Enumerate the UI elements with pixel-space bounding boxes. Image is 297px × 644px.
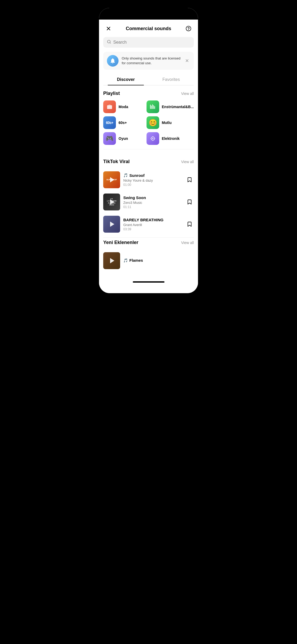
song-title: Flames xyxy=(129,258,143,263)
song-info-sunroof: 🎵 Sunroof Nicky Youre & dazy 01:00 xyxy=(123,173,182,187)
notice-banner: Only showing sounds that are licensed fo… xyxy=(103,52,194,70)
playlist-thumb-enstru xyxy=(147,100,159,113)
playlist-section-header: Playlist View all xyxy=(103,91,194,96)
song-thumb-barely xyxy=(103,216,120,233)
tabs-container: Discover Favorites xyxy=(103,74,194,85)
list-item[interactable]: Enstrümantal&B... xyxy=(147,100,194,113)
notice-text: Only showing sounds that are licensed fo… xyxy=(122,56,181,66)
yeni-view-all[interactable]: View all xyxy=(181,241,194,245)
song-thumb-swing: 0•3 LA SESSION PLAYERS 03M032 xyxy=(103,194,120,210)
page-title: Commercial sounds xyxy=(126,26,171,31)
list-item[interactable]: 60s+ 60s+ xyxy=(103,116,142,129)
svg-rect-6 xyxy=(107,105,112,109)
viral-section-header: TikTok Viral View all xyxy=(103,159,194,164)
yeni-section: Yeni Eklenenler View all 🎵 Flames xyxy=(99,240,198,272)
viral-view-all[interactable]: View all xyxy=(181,160,194,164)
notice-icon xyxy=(107,55,119,67)
tab-discover[interactable]: Discover xyxy=(103,74,149,85)
playlist-thumb-60s: 60s+ xyxy=(103,116,116,129)
song-emoji: 🎵 xyxy=(123,258,128,263)
yeni-title: Yeni Eklenenler xyxy=(103,240,138,245)
playlist-thumb-oyun: 🎮 xyxy=(103,132,116,145)
home-indicator xyxy=(133,281,164,283)
list-item[interactable]: 🎵 Flames xyxy=(103,250,194,272)
notice-close-button[interactable]: ✕ xyxy=(184,57,190,65)
playlist-view-all[interactable]: View all xyxy=(181,91,194,96)
list-item[interactable]: Elektronik xyxy=(147,132,194,145)
svg-line-5 xyxy=(110,43,111,43)
song-title: BARELY BREATHING xyxy=(123,218,163,222)
modal-header: Commercial sounds xyxy=(99,20,198,37)
playlist-name-moda: Moda xyxy=(119,105,128,109)
song-emoji: 🎵 xyxy=(123,173,128,177)
list-item[interactable]: BARELY BREATHING Grant Averill 03:39 xyxy=(103,213,194,235)
svg-rect-10 xyxy=(152,104,153,109)
bookmark-button-swing[interactable] xyxy=(185,198,194,206)
search-input[interactable] xyxy=(113,40,190,45)
search-bar[interactable] xyxy=(103,37,194,48)
playlist-title: Playlist xyxy=(103,91,120,96)
svg-rect-11 xyxy=(153,105,154,109)
playlist-name-mutlu: Mutlu xyxy=(162,121,172,125)
help-button[interactable] xyxy=(184,24,193,33)
song-info-barely: BARELY BREATHING Grant Averill 03:39 xyxy=(123,218,182,231)
playlist-name-enstru: Enstrümantal&B... xyxy=(162,105,194,109)
song-info-swing: Swing Soon Zero3 Music 01:11 xyxy=(123,195,182,209)
playlist-thumb-elektronik xyxy=(147,132,159,145)
bookmark-button-sunroof[interactable] xyxy=(185,176,194,184)
svg-rect-12 xyxy=(154,106,155,109)
song-title: Swing Soon xyxy=(123,195,146,200)
playlist-name-elektronik: Elektronik xyxy=(162,136,180,141)
list-item[interactable]: 😊 Mutlu xyxy=(147,116,194,129)
song-thumb-flames xyxy=(103,252,120,269)
playlist-thumb-moda xyxy=(103,100,116,113)
song-artist: Nicky Youre & dazy xyxy=(123,178,182,182)
svg-rect-9 xyxy=(151,105,152,109)
list-item[interactable]: Moda xyxy=(103,100,142,113)
bookmark-button-barely[interactable] xyxy=(185,220,194,228)
tiktok-viral-section: TikTok Viral View all SUNROOF 🎵 Sunroo xyxy=(99,154,198,235)
playlist-name-oyun: Oyun xyxy=(119,136,128,141)
song-title: Sunroof xyxy=(129,173,145,178)
song-thumb-sunroof: SUNROOF xyxy=(103,171,120,188)
viral-title: TikTok Viral xyxy=(103,159,130,164)
playlist-grid: Moda Enstrümantal&B... xyxy=(103,100,194,145)
tab-favorites[interactable]: Favorites xyxy=(149,74,194,85)
svg-rect-8 xyxy=(150,105,150,109)
song-duration: 01:11 xyxy=(123,205,182,209)
yeni-section-header: Yeni Eklenenler View all xyxy=(103,240,194,245)
svg-point-18 xyxy=(152,138,153,139)
song-artist: Zero3 Music xyxy=(123,201,182,205)
search-icon xyxy=(107,40,111,45)
song-info-flames: 🎵 Flames xyxy=(123,258,194,263)
list-item[interactable]: SUNROOF 🎵 Sunroof Nicky Youre & dazy 01:… xyxy=(103,169,194,191)
list-item[interactable]: 0•3 LA SESSION PLAYERS 03M032 Swing Soon xyxy=(103,191,194,213)
song-duration: 01:00 xyxy=(123,183,182,187)
list-item[interactable]: 🎮 Oyun xyxy=(103,132,142,145)
song-duration: 03:39 xyxy=(123,227,182,231)
song-artist: Grant Averill xyxy=(123,223,182,227)
playlist-thumb-mutlu: 😊 xyxy=(147,116,159,129)
close-button[interactable] xyxy=(104,24,113,33)
playlist-name-60s: 60s+ xyxy=(119,121,127,125)
playlist-section: Playlist View all Moda xyxy=(99,85,198,145)
